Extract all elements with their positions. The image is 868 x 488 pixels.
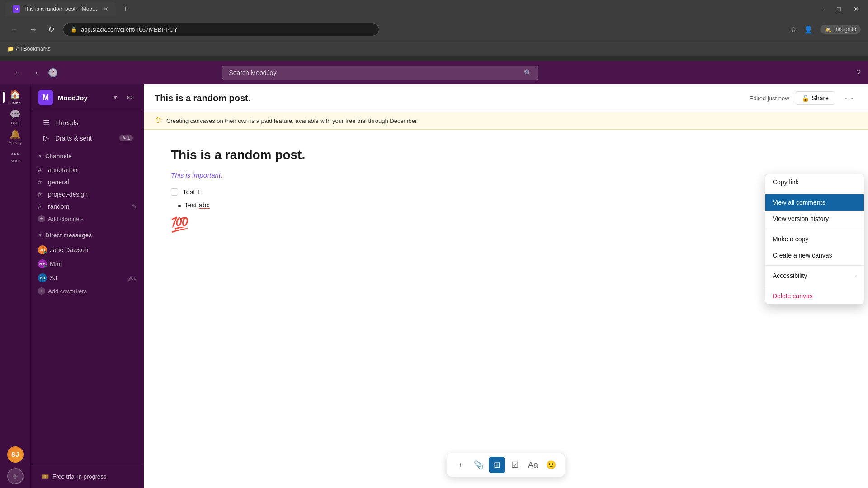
dropdown-accessibility[interactable]: Accessibility › xyxy=(765,267,864,284)
add-icon: + xyxy=(38,215,45,222)
dropdown-version-history[interactable]: View version history xyxy=(765,211,864,227)
profile-icon[interactable]: 👤 xyxy=(804,25,813,34)
tab-close-btn[interactable]: ✕ xyxy=(103,5,108,13)
more-options-button[interactable]: ⋯ xyxy=(841,91,857,105)
incognito-badge[interactable]: 🕵 Incognito xyxy=(820,25,861,34)
dm-jane[interactable]: JD Jane Dawson xyxy=(34,243,140,257)
delete-canvas-label: Delete canvas xyxy=(773,292,813,300)
help-button[interactable]: ? xyxy=(856,68,861,78)
channel-annotation-name: annotation xyxy=(48,166,137,174)
new-tab-button[interactable]: + xyxy=(119,3,132,16)
new-canvas-label: Create a new canvas xyxy=(773,252,832,259)
dm-status-marj xyxy=(44,265,47,268)
sidebar-item-threads[interactable]: ☰ Threads xyxy=(34,115,140,130)
tab-favicon: M xyxy=(13,5,20,13)
canvas-toolbar: + 📎 ⊞ ☑ Aa 🙂 xyxy=(447,453,565,477)
channel-random-name: random xyxy=(48,203,129,210)
window-controls: − □ ✕ xyxy=(817,5,863,13)
channel-project-design[interactable]: # project-design xyxy=(34,188,140,200)
free-trial-item[interactable]: 🎫 Free trial in progress xyxy=(38,470,137,483)
post-bullet-row: Test abc xyxy=(178,201,841,209)
dms-section-header[interactable]: ▼ Direct messages xyxy=(34,230,140,240)
maximize-button[interactable]: □ xyxy=(834,5,844,13)
dropdown-menu: Copy link View all comments View version… xyxy=(765,174,864,305)
channel-hash-icon: # xyxy=(38,178,45,186)
post-checkbox-row: Test 1 xyxy=(171,188,841,196)
sidebar-icon-more[interactable]: ••• More xyxy=(6,148,24,166)
add-coworkers-button[interactable]: + Add coworkers xyxy=(34,285,140,297)
dropdown-new-canvas[interactable]: Create a new canvas xyxy=(765,247,864,263)
dropdown-make-copy[interactable]: Make a copy xyxy=(765,231,864,247)
channel-general[interactable]: # general xyxy=(34,176,140,188)
channels-section-label: Channels xyxy=(45,153,137,160)
toolbar-add-button[interactable]: + xyxy=(453,457,469,473)
checkbox-label: Test 1 xyxy=(183,188,201,196)
dm-marj[interactable]: MA Marj xyxy=(34,257,140,271)
close-button[interactable]: ✕ xyxy=(850,5,863,13)
channel-annotation[interactable]: # annotation xyxy=(34,164,140,176)
share-button[interactable]: 🔒 Share xyxy=(795,91,835,105)
channels-section: ▼ Channels xyxy=(31,149,144,163)
icon-sidebar: 🏠 Home 💬 DMs 🔔 Activity ••• More SJ + xyxy=(0,61,31,488)
nav-back-button[interactable]: ← xyxy=(11,66,24,80)
sidebar-threads-label: Threads xyxy=(55,119,133,127)
search-container: Search MoodJoy 🔍 xyxy=(222,66,538,80)
back-button[interactable]: ← xyxy=(7,23,21,36)
channels-section-header[interactable]: ▼ Channels xyxy=(34,151,140,161)
reload-button[interactable]: ↻ xyxy=(45,23,57,36)
app-header-right: ? xyxy=(856,68,861,78)
copy-link-label: Copy link xyxy=(773,178,799,186)
toolbar-checkbox-button[interactable]: ☑ xyxy=(507,457,523,473)
bookmarks-item[interactable]: 📁 All Bookmarks xyxy=(7,46,51,52)
post-checkbox[interactable] xyxy=(171,188,178,196)
bookmark-icon[interactable]: ☆ xyxy=(790,25,797,34)
toolbar-text-button[interactable]: Aa xyxy=(525,457,541,473)
workspace-header[interactable]: M MoodJoy ▼ ✏ xyxy=(31,84,144,111)
toolbar-emoji-button[interactable]: 🙂 xyxy=(543,457,559,473)
user-avatar[interactable]: SJ xyxy=(7,446,24,463)
make-copy-label: Make a copy xyxy=(773,235,808,243)
browser-chrome: M This is a random post. - Moo… ✕ + − □ … xyxy=(0,0,868,61)
main-content: This is a random post. Edited just now 🔒… xyxy=(144,84,868,488)
address-bar[interactable]: 🔒 app.slack.com/client/T067MEBPPUY xyxy=(63,23,379,36)
dropdown-delete-canvas[interactable]: Delete canvas xyxy=(765,288,864,304)
drafts-icon: ▷ xyxy=(42,134,51,142)
app-nav-buttons: ← → 🕐 xyxy=(11,66,61,80)
bookmarks-folder-icon: 📁 xyxy=(7,46,14,52)
nav-forward-button[interactable]: → xyxy=(28,66,42,80)
browser-tab-active[interactable]: M This is a random post. - Moo… ✕ xyxy=(5,2,116,16)
dropdown-divider-1 xyxy=(765,192,864,192)
more-icon: ••• xyxy=(11,150,19,158)
compose-button[interactable]: ✏ xyxy=(124,90,137,105)
forward-button[interactable]: → xyxy=(26,23,40,36)
canvas-body[interactable]: This is a random post. This is important… xyxy=(144,130,868,488)
channels-toggle-icon: ▼ xyxy=(38,154,42,159)
toolbar-attach-button[interactable]: 📎 xyxy=(471,457,487,473)
add-channels-button[interactable]: + Add channels xyxy=(34,213,140,225)
incognito-icon: 🕵 xyxy=(825,26,831,33)
dms-icon: 💬 xyxy=(9,109,21,120)
ssl-lock-icon: 🔒 xyxy=(71,26,77,33)
channel-random[interactable]: # random ✎ xyxy=(34,201,140,212)
sidebar-icon-home[interactable]: 🏠 Home xyxy=(6,88,24,106)
dms-section-label: Direct messages xyxy=(45,232,137,239)
sidebar-item-drafts[interactable]: ▷ Drafts & sent ✎ 1 xyxy=(34,131,140,145)
bullet-dot xyxy=(178,205,181,207)
nav-history-button[interactable]: 🕐 xyxy=(45,66,61,80)
sidebar-icon-activity[interactable]: 🔔 Activity xyxy=(6,128,24,146)
dropdown-view-comments[interactable]: View all comments xyxy=(765,194,864,211)
version-history-label: View version history xyxy=(773,215,829,222)
dropdown-copy-link[interactable]: Copy link xyxy=(765,174,864,190)
minimize-button[interactable]: − xyxy=(817,5,828,13)
add-workspace-button[interactable]: + xyxy=(7,468,24,484)
add-coworkers-icon: + xyxy=(38,287,45,295)
share-label: Share xyxy=(812,94,829,102)
sidebar-icon-dms[interactable]: 💬 DMs xyxy=(6,108,24,126)
accessibility-arrow-icon: › xyxy=(855,272,857,279)
view-comments-label: View all comments xyxy=(773,199,825,206)
toolbar-table-button[interactable]: ⊞ xyxy=(489,457,505,473)
dm-avatar-marj: MA xyxy=(38,259,47,268)
activity-icon-label: Activity xyxy=(9,141,22,145)
dm-sj[interactable]: SJ SJ you xyxy=(34,271,140,285)
search-box[interactable]: Search MoodJoy 🔍 xyxy=(222,66,538,80)
